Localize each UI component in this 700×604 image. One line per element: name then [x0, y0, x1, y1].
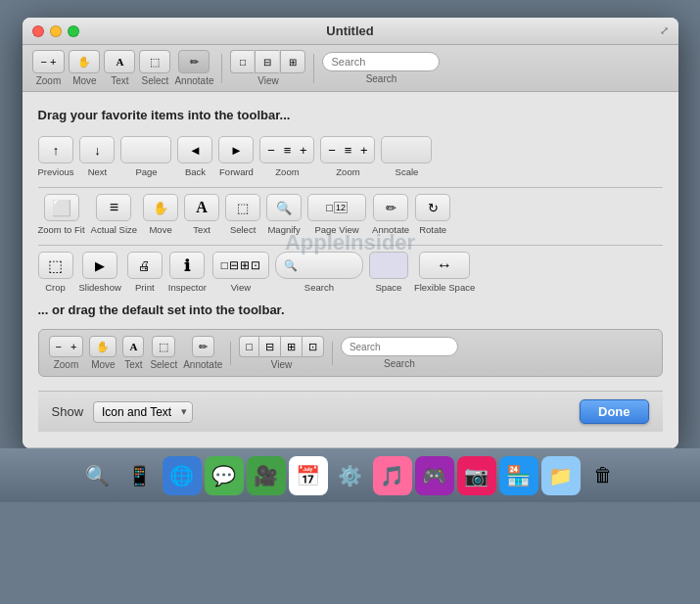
- flexible-space-label: Flexible Space: [414, 282, 475, 293]
- close-button[interactable]: [32, 25, 44, 37]
- tb-item-previous[interactable]: ↑ Previous: [38, 136, 74, 177]
- dock-icon-trash[interactable]: 🗑: [583, 456, 623, 495]
- dock-icon-facetime[interactable]: 🎥: [247, 456, 286, 495]
- dock-icon-appstore[interactable]: 📱: [120, 456, 160, 495]
- dock-icon-messages[interactable]: 💬: [205, 456, 244, 495]
- toolbar-group-view: □ ⊟ ⊞ View: [230, 50, 305, 86]
- dt-view-buttons: □ ⊟ ⊞ ⊡: [239, 336, 324, 357]
- tb-item-zoom1[interactable]: −≡+ Zoom: [259, 136, 314, 177]
- previous-btn-icon: ↑: [38, 136, 73, 163]
- toolbar-search-label: Search: [366, 73, 397, 84]
- dock-icon-store[interactable]: 🏪: [499, 456, 538, 495]
- toolbar-text-button[interactable]: A: [104, 50, 135, 73]
- previous-btn-label: Previous: [38, 166, 74, 177]
- magnify-icon: 🔍: [266, 194, 302, 221]
- dt-group-zoom: − + Zoom: [49, 336, 84, 370]
- print-icon: 🖨: [127, 252, 163, 279]
- dock-icon-settings[interactable]: ⚙️: [331, 456, 370, 495]
- dock-icon-game[interactable]: 🎮: [415, 456, 454, 495]
- tb-item-next[interactable]: ↓ Next: [79, 136, 115, 177]
- text-icon: A: [116, 56, 123, 68]
- toolbar-annotate-button[interactable]: ✏: [178, 50, 210, 73]
- tb-item-magnify[interactable]: 🔍 Magnify: [266, 194, 302, 235]
- default-toolbar-preview[interactable]: − + Zoom ✋ Move A Text ⬚ Select ✏ Anno: [38, 329, 663, 377]
- select3-icon: ⬚: [159, 341, 168, 353]
- select2-label: Select: [230, 224, 256, 235]
- tb-item-back[interactable]: ◄ Back: [177, 136, 212, 177]
- dock-icon-photos[interactable]: 📷: [457, 456, 496, 495]
- rotate-label: Rotate: [419, 224, 446, 235]
- dt-text-button[interactable]: A: [122, 336, 144, 357]
- select2-icon: ⬚: [225, 194, 260, 221]
- tb-item-forward[interactable]: ► Forward: [218, 136, 254, 177]
- tb-item-rotate[interactable]: ↻ Rotate: [415, 194, 450, 235]
- tb-item-annotate2[interactable]: ✏ Annotate: [372, 194, 409, 235]
- tb-item-zoom2[interactable]: −≡+ Zoom: [320, 136, 375, 177]
- zoom2-btn-icon: −≡+: [320, 136, 375, 163]
- customize-toolbar-sheet: AppleInsider Drag your favorite items in…: [23, 92, 678, 448]
- show-select[interactable]: Icon and Text Icon Only Text Only: [93, 401, 193, 423]
- dt-select-label: Select: [150, 359, 177, 370]
- tb-item-flexible-space[interactable]: ↔ Flexible Space: [414, 252, 475, 293]
- tb-item-view2[interactable]: □⊟⊞⊡ View: [212, 252, 269, 293]
- tb-item-print[interactable]: 🖨 Print: [127, 252, 163, 293]
- dock-icon-safari[interactable]: 🌐: [163, 456, 202, 495]
- maximize-button[interactable]: [68, 25, 79, 37]
- drag-title: Drag your favorite items into the toolba…: [38, 108, 663, 122]
- toolbar-view-double[interactable]: ⊟: [255, 50, 279, 73]
- text2-icon: A: [184, 194, 219, 221]
- done-button[interactable]: Done: [580, 399, 649, 424]
- tb-item-zoom-to-fit[interactable]: ⬜ Zoom to Fit: [38, 194, 85, 235]
- tb-item-scale[interactable]: Scale: [381, 136, 432, 177]
- scale-btn-label: Scale: [396, 166, 419, 177]
- dt-view-btn-4[interactable]: ⊡: [302, 336, 324, 357]
- page-btn-label: Page: [135, 166, 157, 177]
- dock-icon-finder[interactable]: 🔍: [78, 456, 117, 495]
- toolbar-items-row-2: ⬜ Zoom to Fit ≡ Actual Size ✋ Move A Tex…: [38, 194, 663, 235]
- dt-annotate-button[interactable]: ✏: [192, 336, 214, 357]
- dt-group-view: □ ⊟ ⊞ ⊡ View: [239, 336, 324, 370]
- tb-item-search2[interactable]: 🔍 Search: [275, 252, 363, 293]
- toolbar-group-zoom: − + Zoom: [32, 50, 66, 86]
- tb-item-page-view[interactable]: □ 12 Page View: [307, 194, 366, 235]
- dock-icon-calendar[interactable]: 📅: [289, 456, 328, 495]
- space-label: Space: [375, 282, 401, 293]
- toolbar-search-input[interactable]: [322, 52, 440, 71]
- tb-item-select2[interactable]: ⬚ Select: [225, 194, 260, 235]
- tb-item-move2[interactable]: ✋ Move: [143, 194, 178, 235]
- dock-icon-folder[interactable]: 📁: [541, 456, 581, 495]
- zoom-to-fit-label: Zoom to Fit: [38, 224, 85, 235]
- forward-btn-label: Forward: [219, 166, 254, 177]
- annotate3-icon: ✏: [199, 341, 208, 353]
- toolbar-separator-2: [313, 54, 314, 83]
- dt-view-btn-1[interactable]: □: [239, 336, 258, 357]
- dock-icon-itunes[interactable]: 🎵: [373, 456, 412, 495]
- dt-move-button[interactable]: ✋: [89, 336, 117, 357]
- toolbar-select-button[interactable]: ⬚: [139, 50, 170, 73]
- dt-view-btn-3[interactable]: ⊞: [280, 336, 302, 357]
- dt-zoom-button[interactable]: − +: [49, 336, 84, 357]
- tb-item-inspector[interactable]: ℹ Inspector: [168, 252, 207, 293]
- tb-item-actual-size[interactable]: ≡ Actual Size: [91, 194, 138, 235]
- dt-view-btn-2[interactable]: ⊟: [258, 336, 280, 357]
- toolbar-search-group: Search: [322, 52, 440, 84]
- tb-item-page[interactable]: Page: [120, 136, 171, 177]
- titlebar: Untitled ⤢: [23, 18, 678, 45]
- dt-search-input[interactable]: [341, 337, 458, 356]
- expand-icon[interactable]: ⤢: [660, 24, 669, 37]
- toolbar-move-button[interactable]: ✋: [69, 50, 100, 73]
- toolbar-zoom-button[interactable]: − +: [32, 50, 66, 73]
- toolbar-view-single[interactable]: □: [230, 50, 254, 73]
- toolbar-annotate-label: Annotate: [174, 75, 213, 86]
- actual-size-icon: ≡: [96, 194, 131, 221]
- dt-select-button[interactable]: ⬚: [152, 336, 175, 357]
- dt-view-label: View: [271, 359, 293, 370]
- minimize-button[interactable]: [50, 25, 62, 37]
- tb-item-text2[interactable]: A Text: [184, 194, 219, 235]
- inspector-label: Inspector: [168, 282, 207, 293]
- tb-item-space[interactable]: Space: [369, 252, 408, 293]
- tb-item-crop[interactable]: ⬚ Crop: [38, 252, 73, 293]
- toolbar-view-grid[interactable]: ⊞: [280, 50, 305, 73]
- tb-item-slideshow[interactable]: ▶ Slideshow: [79, 252, 121, 293]
- forward-btn-icon: ►: [218, 136, 254, 163]
